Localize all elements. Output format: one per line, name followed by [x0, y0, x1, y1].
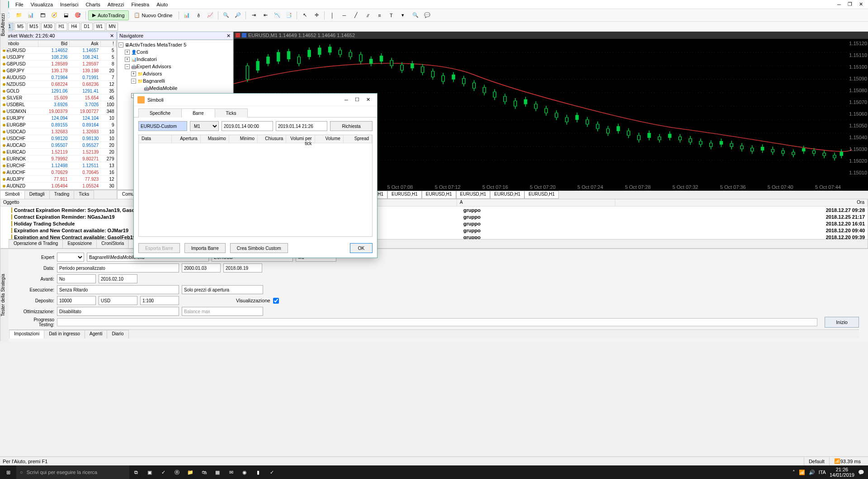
tf-mn[interactable]: MN — [106, 23, 118, 31]
tf-d1[interactable]: D1 — [81, 23, 93, 31]
dialog-symbol-select[interactable] — [138, 121, 187, 131]
chart-tab[interactable]: EURUSD,H1 — [422, 191, 456, 199]
taskbar-chrome[interactable]: ◉ — [238, 465, 251, 479]
gcol-tickvol[interactable]: Volumi per tick — [286, 135, 315, 143]
taskbar-edge[interactable]: ⓔ — [170, 465, 184, 479]
market-row[interactable]: USDCAD1.326831.3269310 — [1, 128, 116, 135]
chartshift-icon[interactable]: ⇤ — [260, 10, 271, 20]
search-icon[interactable]: 🔍 — [410, 10, 421, 20]
market-row[interactable]: AUDCHF0.706290.7064516 — [1, 169, 116, 176]
fibo-icon[interactable]: ≡ — [374, 10, 385, 20]
market-row[interactable]: AUDJPY77.91177.92312 — [1, 176, 116, 183]
crosshair-icon[interactable]: ✛ — [311, 10, 322, 20]
tab-trading[interactable]: Trading — [49, 190, 75, 199]
equidistant-icon[interactable]: ⫽ — [362, 10, 373, 20]
period-select[interactable] — [57, 263, 179, 272]
tray-up-icon[interactable]: ˄ — [793, 470, 795, 475]
taskbar-mt5[interactable]: ✓ — [265, 465, 278, 479]
mailbox-vtab[interactable]: BoxAttrezzi — [0, 0, 8, 50]
vline-icon[interactable]: │ — [327, 10, 338, 20]
menu-charts[interactable]: Charts — [82, 1, 104, 8]
taskbar-mail[interactable]: ✉ — [224, 465, 238, 479]
tray-volume-icon[interactable]: 🔊 — [809, 470, 815, 475]
menu-tools[interactable]: Attrezzi — [104, 1, 128, 8]
dialog-close-icon[interactable]: ✕ — [363, 96, 373, 103]
gcol-date[interactable]: Data — [139, 135, 172, 143]
tray-clock[interactable]: 21:26 14/01/2019 — [830, 467, 854, 478]
dialog-from-input[interactable] — [222, 121, 273, 131]
profiles-icon[interactable]: 📁 — [14, 10, 24, 20]
tf-m30[interactable]: M30 — [41, 23, 54, 31]
visualization-checkbox[interactable] — [273, 298, 279, 304]
leverage-select[interactable] — [140, 296, 179, 305]
request-button[interactable]: Richiesta — [330, 121, 373, 131]
market-row[interactable]: USDBRL3.69263.7026100 — [1, 101, 116, 108]
col-bid[interactable]: Bid — [38, 41, 70, 47]
status-profile[interactable]: Default — [804, 457, 829, 465]
tab-symbols[interactable]: Simboli — [0, 190, 25, 199]
market-row[interactable]: EURGBP0.891550.891649 — [1, 122, 116, 128]
chart-tab[interactable]: EURUSD,H1 — [524, 191, 559, 199]
mb-tab-exposure[interactable]: Esposizione — [62, 240, 97, 248]
gcol-low[interactable]: Minimo — [229, 135, 258, 143]
tab-ticks[interactable]: Ticks — [74, 190, 94, 199]
tester-tab-inputs[interactable]: Dati in ingresso — [44, 330, 85, 338]
tester-tab-agents[interactable]: Agenti — [85, 330, 107, 338]
terminal-icon[interactable]: ⬓ — [61, 10, 71, 20]
status-connection[interactable]: 📶 93.39 ms — [829, 457, 865, 465]
task-view-icon[interactable]: ⧉ — [129, 465, 143, 479]
menu-file[interactable]: File — [12, 1, 27, 8]
mb-tab-trading[interactable]: Operazione di Trading — [9, 240, 63, 248]
windows-search[interactable]: ○ Scrivi qui per eseguire la ricerca — [16, 465, 129, 479]
trendline-icon[interactable]: ╱ — [350, 10, 361, 20]
start-button-win[interactable]: ⊞ — [0, 465, 16, 479]
nav-advisors[interactable]: Advisors — [143, 71, 162, 76]
text-icon[interactable]: T — [386, 10, 396, 20]
strategy-tester-icon[interactable]: 🎯 — [72, 10, 83, 20]
forward-select[interactable] — [57, 274, 96, 283]
market-row[interactable]: GOLD1291.061291.4135 — [1, 88, 116, 94]
market-row[interactable]: EURUSD1.146521.146575 — [1, 47, 116, 54]
menu-help[interactable]: Aiuto — [153, 1, 171, 8]
gcol-volume[interactable]: Volume — [315, 135, 344, 143]
mql5-icon[interactable]: 💬 — [422, 10, 433, 20]
candle-chart-icon[interactable]: 🕯 — [193, 10, 204, 20]
tray-notifications-icon[interactable]: 💬 — [858, 470, 864, 475]
dtab-specs[interactable]: Specifiche — [138, 108, 182, 117]
expert-type-select[interactable] — [57, 253, 84, 262]
autoscroll-icon[interactable]: ⇥ — [248, 10, 259, 20]
bar-chart-icon[interactable]: 📊 — [181, 10, 192, 20]
market-row[interactable]: AUDCAD0.955070.9552720 — [1, 142, 116, 149]
gcol-spread[interactable]: Spread — [344, 135, 372, 143]
navigator-icon[interactable]: 🧭 — [49, 10, 60, 20]
chart-tab[interactable]: EURUSD,H1 — [490, 191, 524, 199]
market-row[interactable]: EURNOK9.799929.80271279 — [1, 155, 116, 162]
menu-window[interactable]: Finestra — [128, 1, 153, 8]
market-row[interactable]: SILVER15.60915.65445 — [1, 94, 116, 101]
zoom-out-icon[interactable]: 🔎 — [232, 10, 243, 20]
deposit-input[interactable] — [57, 296, 96, 305]
tester-tab-journal[interactable]: Diario — [107, 330, 128, 338]
market-row[interactable]: USDCHF0.981200.9813010 — [1, 135, 116, 142]
tf-m5[interactable]: M5 — [14, 23, 26, 31]
tray-wifi-icon[interactable]: 📶 — [799, 470, 805, 475]
mailbox-col-to[interactable]: A — [457, 199, 615, 206]
chart-tab[interactable]: EURUSD,H1 — [387, 191, 422, 199]
tf-h4[interactable]: H4 — [68, 23, 80, 31]
hline-icon[interactable]: ─ — [339, 10, 349, 20]
menu-view[interactable]: Visualizza — [27, 1, 57, 8]
system-tray[interactable]: ˄ 📶 🔊 ITA 21:26 14/01/2019 💬 — [789, 467, 868, 478]
taskbar-app-1[interactable]: ▣ — [143, 465, 156, 479]
menu-insert[interactable]: Inserisci — [57, 1, 82, 8]
objects-icon[interactable]: ▾ — [397, 10, 408, 20]
marketwatch-close-icon[interactable]: ✕ — [109, 33, 114, 39]
new-order-button[interactable]: 📋 Nuovo Ordine — [130, 10, 177, 20]
mailbox-col-time[interactable]: Ora — [615, 199, 868, 206]
optimization-criterion[interactable] — [182, 307, 263, 316]
start-button[interactable]: Inizio — [825, 317, 859, 328]
optimization-select[interactable] — [57, 307, 179, 316]
market-row[interactable]: EURJPY124.094124.10410 — [1, 115, 116, 122]
ok-button[interactable]: OK — [350, 243, 373, 253]
taskbar-app-2[interactable]: ✓ — [156, 465, 170, 479]
market-row[interactable]: GBPJPY139.178139.19820 — [1, 67, 116, 74]
